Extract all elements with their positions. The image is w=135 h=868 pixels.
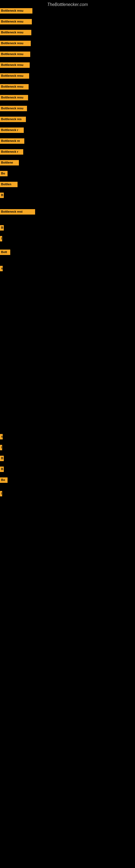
bar-row: Bo <box>0 171 8 176</box>
bar-row: Bottleneck resu <box>0 41 31 46</box>
bar-label[interactable]: Bo <box>0 477 8 483</box>
bar-label[interactable]: Bottlene <box>0 160 19 165</box>
bar-label[interactable]: B <box>0 225 4 230</box>
bar-row: Bottleneck resu <box>0 19 32 24</box>
bar-row: Bottlen <box>0 182 17 187</box>
bar-row: B <box>0 456 4 461</box>
bar-label[interactable]: Bottleneck resu <box>0 106 27 111</box>
bar-row: Bo <box>0 477 8 483</box>
site-title: TheBottlenecker.com <box>0 0 135 8</box>
bar-row: B <box>0 467 4 472</box>
bar-label[interactable]: Bottleneck re <box>0 138 24 144</box>
bar-label[interactable]: Bott <box>0 250 10 255</box>
bar-label[interactable]: Bottleneck resu <box>0 8 32 13</box>
bar-row: Bottleneck resu <box>0 73 29 79</box>
bar-label[interactable]: Bottleneck rest <box>0 209 35 215</box>
bar-label[interactable]: Bottleneck r <box>0 149 23 155</box>
bar-row: Bottleneck resu <box>0 95 28 100</box>
bar-row: B <box>0 193 4 198</box>
bar-label[interactable]: I <box>0 445 2 450</box>
bar-row: Bottlene <box>0 160 19 165</box>
bar-label[interactable]: s <box>0 266 3 271</box>
bar-label[interactable]: Bottleneck resu <box>0 73 29 79</box>
bar-row: Bottleneck resu <box>0 30 31 35</box>
bar-label[interactable]: Bottleneck res <box>0 117 26 122</box>
bar-label[interactable]: I <box>0 236 2 241</box>
bar-row: Bottleneck r <box>0 127 24 133</box>
bar-label[interactable]: Bottleneck resu <box>0 95 28 100</box>
bar-label[interactable]: B <box>0 193 4 198</box>
bar-row: Bottleneck resu <box>0 106 27 111</box>
bar-row: I <box>0 445 2 450</box>
bar-label[interactable]: Bottleneck resu <box>0 30 31 35</box>
bar-label[interactable]: s <box>0 434 3 439</box>
bar-label[interactable]: Bottleneck r <box>0 127 24 133</box>
bar-label[interactable]: B <box>0 456 4 461</box>
bar-label[interactable]: Bo <box>0 171 8 176</box>
bar-row: B <box>0 225 4 230</box>
bar-label[interactable]: I <box>0 491 2 496</box>
bar-row: Bottleneck resu <box>0 62 30 68</box>
bar-label[interactable]: Bottleneck resu <box>0 84 29 90</box>
bar-row: I <box>0 491 2 496</box>
bar-row: I <box>0 236 2 241</box>
bar-row: Bottleneck resu <box>0 84 29 90</box>
bar-label[interactable]: B <box>0 467 4 472</box>
bar-row: Bottleneck resu <box>0 8 32 13</box>
bar-label[interactable]: Bottleneck resu <box>0 41 31 46</box>
bar-label[interactable]: Bottleneck resu <box>0 19 32 24</box>
bar-row: Bottleneck resu <box>0 52 30 57</box>
bar-label[interactable]: Bottleneck resu <box>0 52 30 57</box>
bar-row: Bottleneck res <box>0 117 26 122</box>
bar-row: Bottleneck r <box>0 149 23 155</box>
bar-row: Bottleneck rest <box>0 209 35 215</box>
bar-row: Bott <box>0 250 10 255</box>
bar-row: Bottleneck re <box>0 138 24 144</box>
bar-label[interactable]: Bottleneck resu <box>0 62 30 68</box>
bar-label[interactable]: Bottlen <box>0 182 17 187</box>
bar-row: s <box>0 266 3 271</box>
bar-row: s <box>0 434 3 439</box>
